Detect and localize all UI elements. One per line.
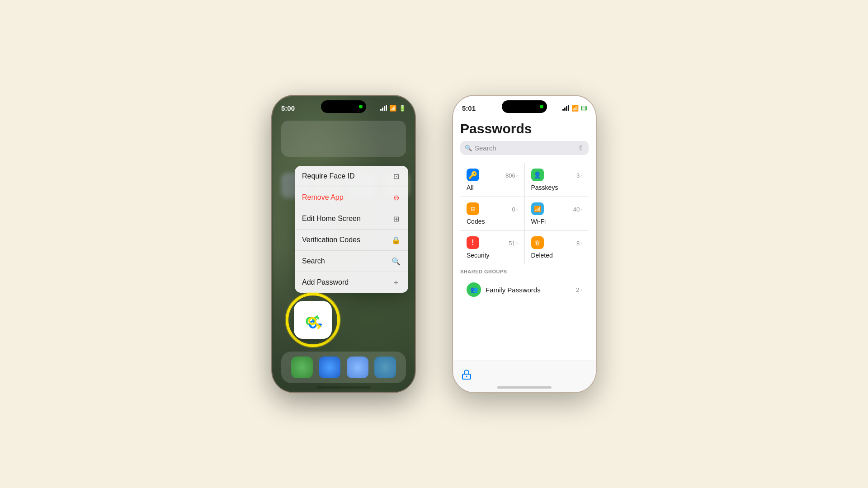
shared-groups-label: SHARED GROUPS bbox=[460, 269, 589, 274]
edit-home-screen-label: Edit Home Screen bbox=[302, 215, 361, 223]
dock-icon-safari[interactable] bbox=[319, 357, 340, 378]
family-passwords-label: Family Passwords bbox=[486, 286, 571, 294]
codes-label: Codes bbox=[467, 218, 518, 225]
security-count: 51 › bbox=[509, 240, 518, 247]
security-label: Security bbox=[467, 252, 518, 259]
deleted-chevron: › bbox=[580, 240, 582, 246]
passkeys-icon: 👤 bbox=[531, 169, 544, 181]
wifi-cell-icon: 📶 bbox=[531, 202, 544, 215]
passwords-tab-icon[interactable] bbox=[460, 368, 473, 381]
dock-icon-mail[interactable] bbox=[347, 357, 368, 378]
all-count: 806 › bbox=[505, 172, 518, 179]
password-grid: 🔑 806 › All 👤 3 › bbox=[460, 163, 589, 264]
dock bbox=[281, 352, 406, 383]
signal-icon-1 bbox=[380, 105, 387, 111]
security-chevron: › bbox=[516, 240, 518, 246]
phone2: 5:01 📶 ▓ Passwords 🔍 Se bbox=[452, 95, 597, 393]
wifi-label: Wi-Fi bbox=[531, 218, 583, 225]
mic-icon: 🎙 bbox=[578, 145, 584, 151]
lock-icon: 🔒 bbox=[391, 235, 401, 245]
deleted-label: Deleted bbox=[531, 252, 583, 259]
passkeys-chevron: › bbox=[580, 173, 582, 178]
codes-icon: ⊞ bbox=[467, 202, 479, 215]
grid-cell-security[interactable]: ! 51 › Security bbox=[460, 231, 524, 264]
wifi-icon-1: 📶 bbox=[389, 105, 396, 112]
wifi-icon-2: 📶 bbox=[571, 105, 579, 112]
menu-item-require-face-id[interactable]: Require Face ID ⊡ bbox=[295, 166, 408, 187]
passwords-title: Passwords bbox=[460, 121, 589, 136]
home-indicator-1 bbox=[316, 386, 371, 389]
passkeys-count: 3 › bbox=[576, 172, 582, 179]
deleted-count: 8 › bbox=[576, 240, 582, 247]
dock-icon-music[interactable] bbox=[374, 357, 396, 378]
search-bar[interactable]: 🔍 Search 🎙 bbox=[460, 141, 589, 155]
verification-codes-label: Verification Codes bbox=[302, 236, 360, 244]
search-placeholder: Search bbox=[475, 144, 576, 152]
grid-icon: ⊞ bbox=[391, 214, 401, 224]
family-passwords-count: 2 › bbox=[576, 286, 582, 293]
widget-1 bbox=[281, 121, 406, 157]
status-icons-2: 📶 ▓ bbox=[562, 105, 587, 112]
passwords-content: Passwords 🔍 Search 🎙 🔑 806 › bbox=[453, 116, 596, 392]
all-label: All bbox=[467, 184, 518, 191]
add-password-label: Add Password bbox=[302, 278, 349, 286]
codes-chevron: › bbox=[516, 206, 518, 212]
dynamic-island-2 bbox=[502, 100, 547, 113]
minus-circle-icon: ⊖ bbox=[391, 192, 401, 202]
family-chevron: › bbox=[580, 287, 582, 292]
require-face-id-label: Require Face ID bbox=[302, 172, 355, 180]
all-chevron: › bbox=[516, 173, 518, 178]
status-icons-1: 📶 🔋 bbox=[380, 105, 406, 112]
battery-icon-1: 🔋 bbox=[399, 105, 406, 112]
plus-icon: ＋ bbox=[391, 277, 401, 287]
search-icon-menu: 🔍 bbox=[391, 256, 401, 266]
deleted-icon: 🗑 bbox=[531, 236, 544, 249]
home-indicator-2 bbox=[497, 386, 552, 389]
remove-app-label: Remove App bbox=[302, 193, 344, 202]
battery-icon-2: ▓ bbox=[581, 106, 587, 111]
di-dot-green-1 bbox=[359, 105, 363, 108]
di-dot-green-2 bbox=[540, 105, 543, 108]
dynamic-island-1 bbox=[321, 100, 366, 113]
menu-item-remove-app[interactable]: Remove App ⊖ bbox=[295, 187, 408, 208]
all-icon: 🔑 bbox=[467, 169, 479, 181]
wifi-count: 40 › bbox=[573, 206, 582, 213]
grid-cell-passkeys[interactable]: 👤 3 › Passkeys bbox=[525, 163, 589, 197]
security-icon: ! bbox=[467, 236, 479, 249]
passkeys-label: Passkeys bbox=[531, 184, 583, 191]
status-time-2: 5:01 bbox=[462, 104, 476, 112]
menu-item-verification-codes[interactable]: Verification Codes 🔒 bbox=[295, 230, 408, 251]
passwords-key-svg bbox=[300, 307, 326, 333]
menu-item-add-password[interactable]: Add Password ＋ bbox=[295, 272, 408, 293]
wifi-chevron: › bbox=[580, 206, 582, 212]
passwords-bottom-svg bbox=[461, 369, 472, 380]
grid-cell-all[interactable]: 🔑 806 › All bbox=[460, 163, 524, 197]
dock-icon-phone[interactable] bbox=[291, 357, 313, 378]
menu-item-edit-home-screen[interactable]: Edit Home Screen ⊞ bbox=[295, 208, 408, 230]
faceid-icon: ⊡ bbox=[391, 171, 401, 181]
context-menu: Require Face ID ⊡ Remove App ⊖ Edit Home… bbox=[295, 166, 408, 293]
codes-count: 0 › bbox=[512, 206, 518, 213]
search-bar-icon: 🔍 bbox=[465, 145, 472, 151]
family-passwords-row[interactable]: 👥 Family Passwords 2 › bbox=[460, 277, 589, 302]
search-label: Search bbox=[302, 257, 325, 265]
grid-cell-wifi[interactable]: 📶 40 › Wi-Fi bbox=[525, 197, 589, 230]
passwords-header: Passwords 🔍 Search 🎙 bbox=[453, 116, 596, 159]
grid-cell-codes[interactable]: ⊞ 0 › Codes bbox=[460, 197, 524, 230]
family-group-icon: 👥 bbox=[467, 282, 481, 297]
status-time-1: 5:00 bbox=[281, 104, 295, 112]
phone1: 5:00 📶 🔋 bbox=[271, 95, 416, 393]
menu-item-search[interactable]: Search 🔍 bbox=[295, 251, 408, 272]
signal-icon-2 bbox=[562, 105, 569, 111]
grid-cell-deleted[interactable]: 🗑 8 › Deleted bbox=[525, 231, 589, 264]
svg-point-12 bbox=[466, 375, 467, 377]
passwords-app-icon[interactable] bbox=[294, 301, 332, 339]
